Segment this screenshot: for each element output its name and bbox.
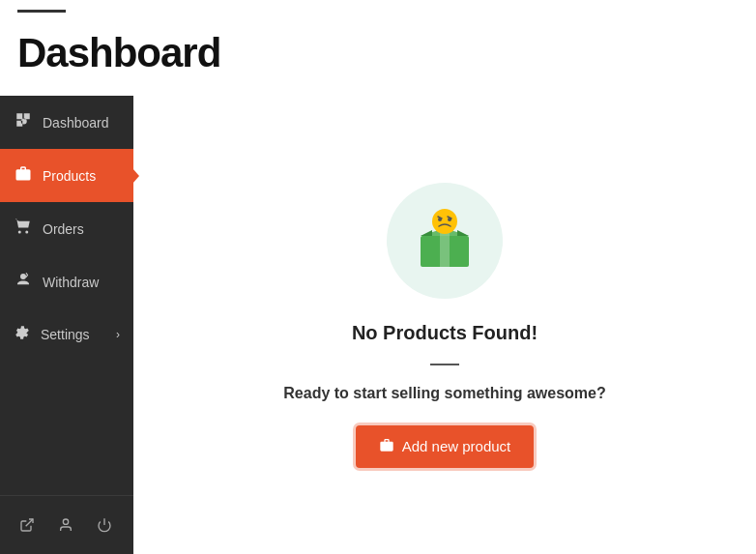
sidebar-item-products[interactable]: Products <box>0 149 133 202</box>
divider <box>430 364 459 365</box>
gear-icon <box>14 324 31 344</box>
add-new-product-button[interactable]: Add new product <box>356 425 535 468</box>
cart-icon <box>14 218 33 240</box>
sidebar-item-dashboard[interactable]: Dashboard <box>0 96 133 149</box>
sidebar-bottom-actions <box>0 495 133 554</box>
dashboard-icon <box>14 111 33 133</box>
page-title: Dashboard <box>17 30 739 76</box>
chevron-right-icon: › <box>116 328 120 341</box>
top-bar-decoration <box>17 10 66 13</box>
svg-line-1 <box>26 519 33 526</box>
external-link-button[interactable] <box>10 508 44 542</box>
sidebar-products-label: Products <box>43 168 96 184</box>
content-wrapper: Dashboard Products Orders <box>0 96 756 554</box>
empty-subtitle: Ready to start selling something awesome… <box>283 385 605 402</box>
sidebar-item-withdraw[interactable]: Withdraw <box>0 255 133 308</box>
svg-point-2 <box>63 519 68 524</box>
sidebar: Dashboard Products Orders <box>0 96 133 554</box>
user-button[interactable] <box>48 508 83 542</box>
sidebar-item-orders[interactable]: Orders <box>0 202 133 255</box>
sidebar-orders-label: Orders <box>43 221 84 237</box>
svg-point-6 <box>432 209 457 234</box>
withdraw-icon <box>14 271 33 293</box>
add-product-label: Add new product <box>402 438 511 454</box>
sidebar-settings-label: Settings <box>41 327 90 342</box>
empty-state: No Products Found! Ready to start sellin… <box>283 183 605 468</box>
svg-point-0 <box>20 274 26 279</box>
power-button[interactable] <box>87 508 122 542</box>
briefcase-btn-icon <box>379 437 394 456</box>
empty-title: No Products Found! <box>352 322 538 344</box>
sidebar-dashboard-label: Dashboard <box>43 115 109 131</box>
empty-icon-circle <box>387 183 503 299</box>
sidebar-item-settings[interactable]: Settings › <box>0 308 133 360</box>
sidebar-withdraw-label: Withdraw <box>43 275 99 290</box>
main-content: No Products Found! Ready to start sellin… <box>133 96 756 554</box>
empty-box-illustration <box>411 209 479 272</box>
briefcase-icon <box>14 164 33 187</box>
